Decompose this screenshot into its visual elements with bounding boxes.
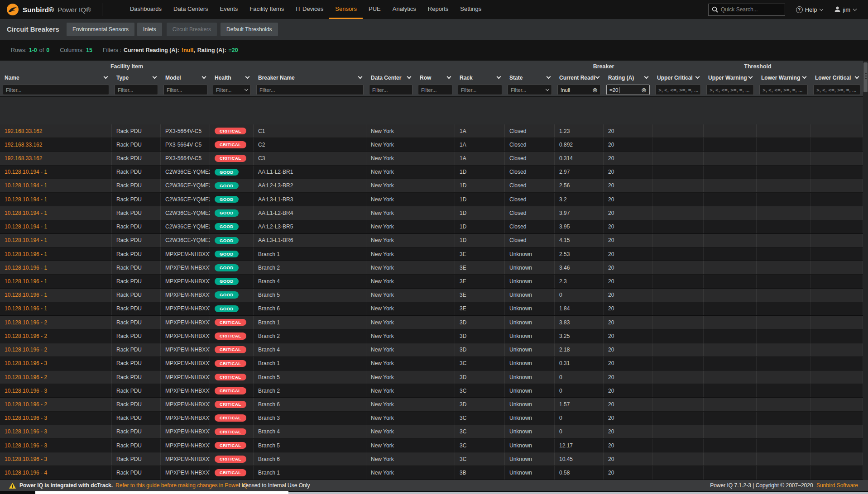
filter-input-row[interactable] [418,85,452,95]
default-thresholds-button[interactable]: Default Thresholds [221,23,278,36]
chevron-down-icon[interactable] [748,75,753,79]
column-header-row[interactable]: Row [415,71,455,84]
table-row[interactable]: 10.128.10.196 - 1Rack PDUMPXPEM-NHBXXV3G… [0,289,868,302]
table-row[interactable]: 10.128.10.196 - 1Rack PDUMPXPEM-NHBXXV3G… [0,247,868,261]
vertical-scrollbar[interactable] [863,61,868,480]
column-header-rating-a[interactable]: Rating (A) [604,71,652,84]
facility-name-link[interactable]: 10.128.10.196 - 4 [0,466,112,479]
filter-input-rating-a[interactable]: =20⊗ [606,85,650,95]
nav-item-events[interactable]: Events [214,0,244,19]
table-row[interactable]: 10.128.10.196 - 2Rack PDUMPXPEM-NHBXXV3C… [0,343,868,357]
facility-name-link[interactable]: 192.168.33.162 [0,138,112,151]
facility-name-link[interactable]: 192.168.33.162 [0,124,112,138]
facility-name-link[interactable]: 10.128.10.196 - 2 [0,398,112,411]
nav-item-analytics[interactable]: Analytics [387,0,422,19]
facility-name-link[interactable]: 10.128.10.196 - 3 [0,384,112,397]
table-row[interactable]: 10.128.10.194 - 1Rack PDUC2W36CE-YQME29G… [0,206,868,220]
nav-item-data-centers[interactable]: Data Centers [168,0,214,19]
table-row[interactable]: 10.128.10.194 - 1Rack PDUC2W36CE-YQME29G… [0,193,868,206]
table-row[interactable]: 10.128.10.196 - 2Rack PDUMPXPEM-NHBXXV3C… [0,398,868,411]
facility-name-link[interactable]: 10.128.10.196 - 2 [0,343,112,356]
table-row[interactable]: 10.128.10.194 - 1Rack PDUC2W36CE-YQME29G… [0,220,868,234]
chevron-down-icon[interactable] [202,75,206,79]
facility-name-link[interactable]: 10.128.10.196 - 3 [0,357,112,370]
filter-input-name[interactable] [3,85,109,95]
table-row[interactable]: 192.168.33.162Rack PDUPX3-5664V-C5CRITIC… [0,138,868,152]
chevron-down-icon[interactable] [497,75,501,79]
chevron-down-icon[interactable] [802,75,807,79]
table-row[interactable]: 10.128.10.196 - 3Rack PDUMPXPEM-NHBXXV3C… [0,439,868,452]
chevron-down-icon[interactable] [104,75,108,79]
filter-input-lower-warning[interactable] [759,85,808,95]
table-row[interactable]: 10.128.10.196 - 3Rack PDUMPXPEM-NHBXXV3C… [0,357,868,370]
facility-name-link[interactable]: 10.128.10.196 - 2 [0,329,112,342]
table-row[interactable]: 10.128.10.196 - 3Rack PDUMPXPEM-NHBXXV3C… [0,384,868,398]
search-input[interactable] [721,6,782,13]
filter-input-upper-critical[interactable] [655,85,701,95]
column-header-breaker-name[interactable]: Breaker Name [254,71,366,84]
facility-name-link[interactable]: 10.128.10.196 - 1 [0,247,112,261]
table-row[interactable]: 10.128.10.194 - 1Rack PDUC2W36CE-YQME29G… [0,166,868,179]
table-row[interactable]: 10.128.10.196 - 2Rack PDUMPXPEM-NHBXXV3C… [0,316,868,329]
chevron-down-icon[interactable] [644,75,649,79]
table-row[interactable]: 10.128.10.196 - 1Rack PDUMPXPEM-NHBXXV3G… [0,261,868,275]
facility-name-link[interactable]: 192.168.33.162 [0,152,112,165]
nav-item-pue[interactable]: PUE [363,0,387,19]
help-menu[interactable]: ? Help [796,6,823,13]
nav-item-dashboards[interactable]: Dashboards [124,0,168,19]
facility-name-link[interactable]: 10.128.10.196 - 2 [0,316,112,329]
environmental-sensors-button[interactable]: Environmental Sensors [67,23,134,36]
nav-item-sensors[interactable]: Sensors [329,0,363,19]
facility-name-link[interactable]: 10.128.10.196 - 1 [0,261,112,274]
column-header-lower-warning[interactable]: Lower Warning [757,71,810,84]
facility-name-link[interactable]: 10.128.10.196 - 3 [0,439,112,452]
chevron-down-icon[interactable] [695,75,700,79]
chevron-down-icon[interactable] [407,75,412,79]
facility-name-link[interactable]: 10.128.10.196 - 1 [0,289,112,302]
nav-item-settings[interactable]: Settings [454,0,487,19]
dctrack-guide-link[interactable]: Refer to this guide before making change… [115,482,249,489]
column-header-upper-critical[interactable]: Upper Critical [652,71,704,84]
table-row[interactable]: 10.128.10.194 - 1Rack PDUC2W36CE-YQME29G… [0,234,868,247]
filter-input-breaker-name[interactable] [256,85,364,95]
filter-input-rack[interactable] [458,85,502,95]
column-header-lower-critical[interactable]: Lower Critical [810,71,863,84]
facility-name-link[interactable]: 10.128.10.194 - 1 [0,166,112,179]
table-row[interactable]: 10.128.10.196 - 3Rack PDUMPXPEM-NHBXXV3C… [0,412,868,425]
inlets-button[interactable]: Inlets [137,23,162,36]
filter-input-current-readi[interactable]: !null⊗ [557,85,601,95]
scrollbar-handle[interactable] [863,62,868,92]
chevron-down-icon[interactable] [855,75,859,79]
chevron-down-icon[interactable] [547,75,551,79]
facility-name-link[interactable]: 10.128.10.196 - 3 [0,425,112,438]
filter-input-type[interactable] [115,85,158,95]
sunbird-software-link[interactable]: Sunbird Software [816,482,858,489]
column-header-health[interactable]: Health [210,71,254,84]
facility-name-link[interactable]: 10.128.10.194 - 1 [0,220,112,233]
facility-name-link[interactable]: 10.128.10.194 - 1 [0,193,112,206]
facility-name-link[interactable]: 10.128.10.196 - 1 [0,275,112,288]
nav-item-reports[interactable]: Reports [422,0,455,19]
table-row[interactable]: 10.128.10.196 - 3Rack PDUMPXPEM-NHBXXV3C… [0,425,868,439]
facility-name-link[interactable]: 10.128.10.196 - 2 [0,370,112,384]
clear-filter-icon[interactable]: ⊗ [592,87,598,93]
table-row[interactable]: 10.128.10.196 - 4Rack PDUMPXPEM-NHBXXV3C… [0,466,868,480]
table-row[interactable]: 10.128.10.196 - 3Rack PDUMPXPEM-NHBXXV3C… [0,452,868,466]
filter-input-data-center[interactable] [369,85,412,95]
table-row[interactable]: 192.168.33.162Rack PDUPX3-5664V-C5CRITIC… [0,124,868,138]
chevron-down-icon[interactable] [153,75,157,79]
column-header-state[interactable]: State [505,71,555,84]
table-row[interactable]: 10.128.10.196 - 1Rack PDUMPXPEM-NHBXXV3G… [0,302,868,316]
table-row[interactable]: 10.128.10.196 - 2Rack PDUMPXPEM-NHBXXV3C… [0,329,868,343]
facility-name-link[interactable]: 10.128.10.194 - 1 [0,206,112,219]
filter-select-state[interactable]: Filter... [508,85,552,95]
chevron-down-icon[interactable] [245,75,250,79]
table-row[interactable]: 10.128.10.194 - 1Rack PDUC2W36CE-YQME29G… [0,179,868,193]
facility-name-link[interactable]: 10.128.10.194 - 1 [0,179,112,192]
filter-input-lower-critical[interactable] [813,85,860,95]
column-header-type[interactable]: Type [112,71,161,84]
chevron-down-icon[interactable] [447,75,451,79]
filter-select-health[interactable]: Filter... [213,85,251,95]
chevron-down-icon[interactable] [595,75,600,79]
filter-input-upper-warning[interactable] [706,85,754,95]
